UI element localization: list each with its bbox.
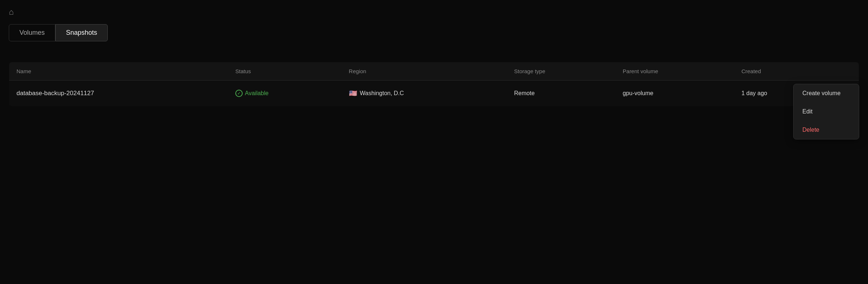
table-row: database-backup-20241127 ✓ Available 🇺🇸 …: [9, 81, 859, 106]
context-menu-item-delete[interactable]: Delete: [794, 121, 859, 139]
top-bar: ⌂: [0, 0, 868, 24]
context-menu-item-create-volume[interactable]: Create volume: [794, 84, 859, 102]
flag-icon: 🇺🇸: [349, 89, 357, 97]
cell-parent-volume: gpu-volume: [615, 81, 734, 106]
col-created: Created: [734, 62, 830, 81]
col-storage-type: Storage type: [507, 62, 615, 81]
status-icon: ✓: [235, 90, 243, 97]
col-parent-volume: Parent volume: [615, 62, 734, 81]
region-name: Washington, D.C: [360, 90, 404, 97]
tab-snapshots[interactable]: Snapshots: [55, 24, 108, 41]
home-icon[interactable]: ⌂: [9, 7, 14, 17]
context-menu: Create volumeEditDelete: [793, 84, 859, 139]
context-menu-item-edit[interactable]: Edit: [794, 102, 859, 121]
tabs-container: Volumes Snapshots: [0, 24, 868, 41]
col-name: Name: [9, 62, 228, 81]
status-badge: ✓ Available: [235, 90, 269, 97]
cell-region: 🇺🇸 Washington, D.C: [342, 81, 507, 106]
cell-name: database-backup-20241127: [9, 81, 228, 106]
table-header-row: Name Status Region Storage type Parent v…: [9, 62, 859, 81]
col-status: Status: [228, 62, 342, 81]
page-title: [0, 41, 868, 62]
cell-status: ✓ Available: [228, 81, 342, 106]
cell-storage-type: Remote: [507, 81, 615, 106]
tab-volumes[interactable]: Volumes: [9, 24, 55, 41]
table-container: Name Status Region Storage type Parent v…: [0, 62, 868, 106]
col-region: Region: [342, 62, 507, 81]
status-label: Available: [245, 90, 269, 97]
snapshots-table: Name Status Region Storage type Parent v…: [9, 62, 859, 106]
col-actions: [830, 62, 859, 81]
